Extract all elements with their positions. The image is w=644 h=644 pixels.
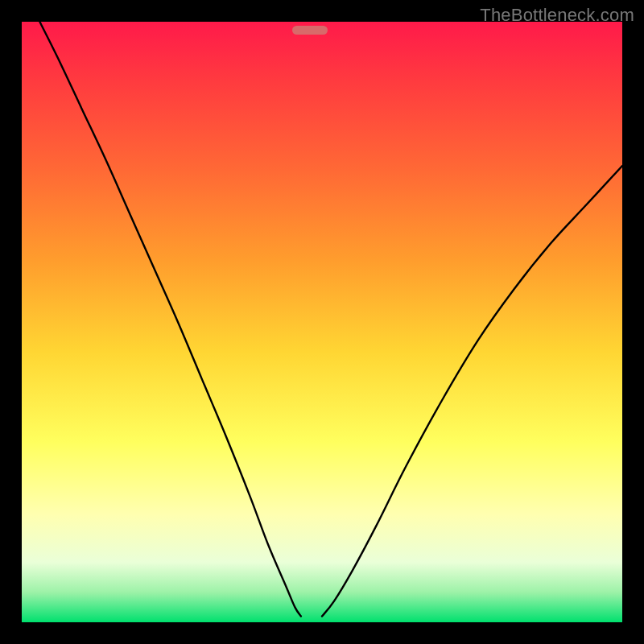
chart-plot-area: [22, 22, 622, 622]
optimal-marker-pill: [292, 26, 328, 35]
curve-right-branch: [322, 166, 622, 617]
watermark-text: TheBottleneck.com: [480, 5, 634, 26]
bottleneck-curve: [22, 22, 622, 622]
curve-left-branch: [39, 22, 301, 617]
